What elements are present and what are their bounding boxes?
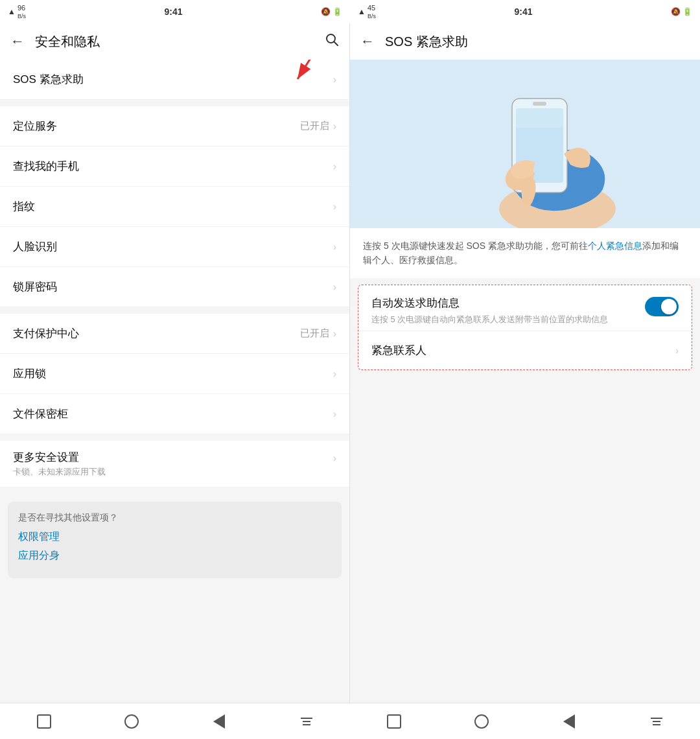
battery-icon: 🔋: [332, 7, 342, 16]
right-silent-icon: 🔕: [671, 7, 681, 16]
emergency-contact-chevron-icon: ›: [675, 345, 679, 357]
svg-line-1: [334, 42, 338, 46]
settings-item-applock[interactable]: 应用锁 ›: [0, 354, 349, 394]
left-back-nav-button[interactable]: [210, 712, 228, 731]
right-nav: [350, 703, 700, 739]
left-status-icons: ▲ 96B/s: [8, 4, 26, 19]
right-back-triangle-icon: [563, 714, 575, 729]
settings-list: SOS 紧急求助 › 定位服务 已开启 ›: [0, 60, 349, 703]
right-wifi-icon: ▲: [358, 7, 366, 16]
payment-chevron-icon: ›: [333, 328, 336, 340]
left-home-button[interactable]: [122, 712, 141, 731]
description-text: 连按 5 次电源键快速发起 SOS 紧急求助功能，您可前往: [363, 240, 588, 251]
find-phone-chevron-icon: ›: [333, 161, 336, 172]
illustration-area: [350, 60, 700, 228]
svg-rect-8: [533, 102, 546, 106]
lockscreen-chevron-icon: ›: [333, 281, 336, 293]
auto-send-toggle[interactable]: [645, 297, 679, 316]
phone-hand-illustration: [428, 60, 622, 228]
right-menu-overflow-icon: [651, 718, 662, 725]
location-chevron-icon: ›: [333, 121, 336, 132]
auto-send-sub: 连按 5 次电源键自动向紧急联系人发送附带当前位置的求助信息: [371, 313, 645, 326]
settings-item-find-phone[interactable]: 查找我的手机 ›: [0, 147, 349, 187]
divider-2: [0, 307, 349, 314]
settings-item-filevault[interactable]: 文件保密柜 ›: [0, 394, 349, 434]
divider-3: [0, 434, 349, 441]
right-home-button[interactable]: [472, 712, 491, 731]
settings-item-fingerprint[interactable]: 指纹 ›: [0, 187, 349, 227]
svg-rect-7: [516, 108, 563, 128]
more-settings-chevron-icon: ›: [333, 452, 336, 464]
divider-1: [0, 100, 349, 106]
signal-strength: 96B/s: [18, 4, 26, 19]
wifi-icon: ▲: [8, 7, 16, 16]
sos-item-label: SOS 紧急求助: [13, 72, 333, 87]
emergency-contact-row[interactable]: 紧急联系人 ›: [358, 331, 692, 370]
divider-4: [0, 487, 349, 494]
right-status-bar: ▲ 45B/s 9:41 🔕 🔋: [350, 0, 700, 23]
left-status-bar: ▲ 96B/s 9:41 🔕 🔋: [0, 0, 350, 23]
face-chevron-icon: ›: [333, 241, 336, 253]
filevault-chevron-icon: ›: [333, 408, 336, 420]
description-link[interactable]: 个人紧急信息: [588, 240, 642, 251]
sos-settings-group: 自动发送求助信息 连按 5 次电源键自动向紧急联系人发送附带当前位置的求助信息 …: [358, 285, 692, 371]
right-home-circle-icon: [474, 714, 489, 729]
auto-send-content: 自动发送求助信息 连按 5 次电源键自动向紧急联系人发送附带当前位置的求助信息: [371, 296, 645, 326]
suggestion-link-clone[interactable]: 应用分身: [18, 549, 331, 563]
right-status-icons: ▲ 45B/s: [358, 4, 376, 19]
settings-item-sos[interactable]: SOS 紧急求助 ›: [0, 60, 349, 100]
right-time: 9:41: [514, 6, 532, 17]
right-battery-icon: 🔋: [682, 7, 692, 16]
applock-chevron-icon: ›: [333, 368, 336, 380]
settings-item-payment[interactable]: 支付保护中心 已开启 ›: [0, 314, 349, 354]
right-battery-icons: 🔕 🔋: [671, 7, 692, 16]
left-nav: [0, 703, 350, 739]
left-battery-icons: 🔕 🔋: [321, 7, 342, 16]
find-phone-label: 查找我的手机: [13, 159, 333, 174]
left-panel: ← 安全和隐私 SOS 紧急求助 ›: [0, 23, 350, 703]
location-status: 已开启: [300, 120, 329, 132]
right-recents-button[interactable]: [385, 712, 403, 731]
face-label: 人脸识别: [13, 239, 333, 254]
auto-send-title: 自动发送求助信息: [371, 296, 645, 311]
right-back-button[interactable]: ←: [360, 33, 375, 50]
settings-item-more[interactable]: 更多安全设置 卡锁、未知来源应用下载 ›: [0, 441, 349, 487]
settings-item-location[interactable]: 定位服务 已开启 ›: [0, 106, 349, 147]
sos-chevron-icon: ›: [333, 74, 336, 86]
lockscreen-label: 锁屏密码: [13, 279, 333, 294]
payment-label: 支付保护中心: [13, 326, 300, 341]
left-panel-title: 安全和隐私: [35, 33, 314, 51]
status-bar: ▲ 96B/s 9:41 🔕 🔋 ▲ 45B/s 9:41 🔕 🔋: [0, 0, 700, 23]
suggestion-box: 是否在寻找其他设置项？ 权限管理 应用分身: [8, 502, 342, 578]
right-menu-button[interactable]: [648, 712, 666, 731]
recents-square-icon: [37, 714, 51, 729]
search-button[interactable]: [325, 32, 339, 51]
suggestion-link-permissions[interactable]: 权限管理: [18, 530, 331, 544]
left-header: ← 安全和隐私: [0, 23, 349, 60]
suggestion-title: 是否在寻找其他设置项？: [18, 512, 331, 524]
right-back-nav-button[interactable]: [560, 712, 578, 731]
back-triangle-icon: [213, 714, 225, 729]
settings-item-face[interactable]: 人脸识别 ›: [0, 227, 349, 267]
bottom-navigation: [0, 703, 700, 739]
left-menu-button[interactable]: [298, 712, 316, 731]
emergency-contact-label: 紧急联系人: [371, 343, 675, 358]
filevault-label: 文件保密柜: [13, 406, 333, 421]
right-panel-title: SOS 紧急求助: [385, 33, 690, 51]
right-panel: ← SOS 紧急求助: [350, 23, 700, 703]
more-settings-label: 更多安全设置: [13, 450, 333, 465]
fingerprint-chevron-icon: ›: [333, 201, 336, 213]
right-signal: 45B/s: [368, 4, 376, 19]
home-circle-icon: [124, 714, 139, 729]
left-back-button[interactable]: ←: [10, 33, 25, 50]
main-container: ← 安全和隐私 SOS 紧急求助 ›: [0, 23, 700, 703]
more-settings-content: 更多安全设置 卡锁、未知来源应用下载: [13, 450, 333, 478]
right-recents-square-icon: [387, 714, 401, 729]
fingerprint-label: 指纹: [13, 199, 333, 214]
location-item-label: 定位服务: [13, 119, 300, 134]
left-recents-button[interactable]: [35, 712, 53, 731]
left-time: 9:41: [164, 6, 182, 17]
right-content: 连按 5 次电源键快速发起 SOS 紧急求助功能，您可前往个人紧急信息添加和编辑…: [350, 60, 700, 703]
settings-item-lockscreen[interactable]: 锁屏密码 ›: [0, 267, 349, 307]
sos-description: 连按 5 次电源键快速发起 SOS 紧急求助功能，您可前往个人紧急信息添加和编辑…: [350, 228, 700, 278]
